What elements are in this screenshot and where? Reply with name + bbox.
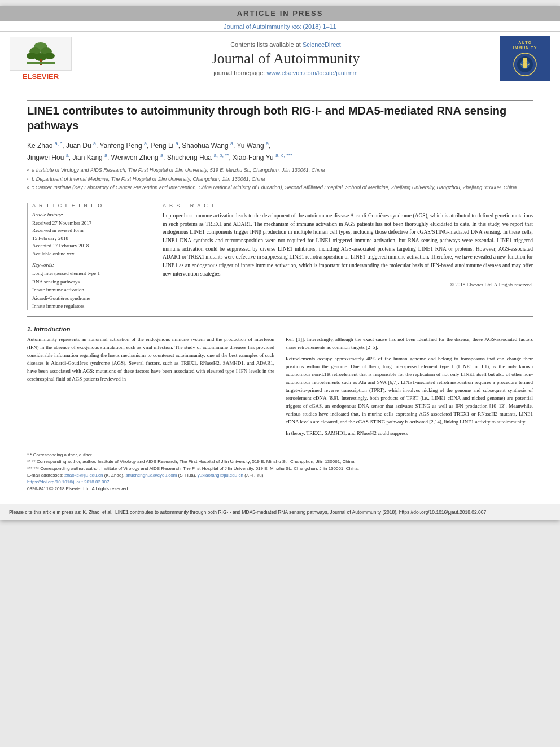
body-right: Ref. [1]]. Interestingly, although the e… [286, 336, 533, 440]
svg-rect-12 [523, 62, 527, 68]
elsevier-tree-icon [24, 41, 58, 67]
journal-title: Journal of Autoimmunity [80, 50, 491, 67]
main-content: LINE1 contributes to autoimmunity throug… [0, 86, 560, 498]
svg-point-11 [523, 58, 527, 62]
email-link-3[interactable]: yuxiaofang@jlu.edu.cn [198, 473, 243, 478]
email-line: E-mail addresses: zhaoke@jlu.edu.cn (K. … [27, 472, 533, 479]
author-second-line: Jingwei Hou a, Jian Kang a, Wenwen Zheng… [27, 154, 292, 161]
footnote-1: * * Corresponding author, author. [27, 452, 533, 458]
keywords-label: Keywords: [32, 262, 151, 268]
accepted-date: Accepted 17 February 2018 [32, 242, 151, 250]
affil-c: c c Cancer Institute (Key Laboratory of … [27, 184, 533, 192]
citation-bar: Please cite this article in press as: K.… [0, 504, 560, 521]
abstract-column: A B S T R A C T Improper host immune act… [163, 203, 533, 310]
article-history-content: Received 27 November 2017 Received in re… [32, 220, 151, 258]
affil-b: b b Department of Internal Medicine, The… [27, 176, 533, 184]
banner-text: ARTICLE IN PRESS [237, 9, 323, 18]
elsevier-text: ELSEVIER [23, 72, 59, 81]
doi-link[interactable]: https://doi.org/10.1016/j.jaut.2018.02.0… [27, 479, 109, 484]
sciencedirect-label: Contents lists available at [230, 41, 301, 48]
homepage-line: journal homepage: www.elsevier.com/locat… [80, 69, 491, 76]
email-name-2: (S. Hua), [178, 473, 196, 478]
section-number: 1. [27, 326, 32, 333]
footnote-star3: *** [27, 466, 32, 471]
affiliations: a a Institute of Virology and AIDS Resea… [27, 167, 533, 192]
autoimmunity-logo-box: AUTO IMMUNITY [497, 36, 553, 81]
body-two-col: Autoimmunity represents an abnormal acti… [27, 336, 533, 440]
email-name-3: (X.-F. Yu). [244, 473, 264, 478]
abstract-text: Improper host immune activation leads to… [163, 212, 533, 278]
introduction-section: 1. Introduction Autoimmunity represents … [27, 326, 533, 440]
journal-logo-icon [508, 52, 542, 77]
article-title: LINE1 contributes to autoimmunity throug… [27, 103, 533, 133]
email-label: E-mail addresses: [27, 473, 63, 478]
intro-right-text-3: In theory, TREX1, SAMHD1, and RNaseH2 co… [286, 430, 533, 438]
footnote-star1: * [27, 452, 29, 457]
footnote-2: ** ** Corresponding author, author. Inst… [27, 458, 533, 465]
journal-citation-text: Journal of Autoimmunity xxx (2018) 1–11 [224, 23, 336, 30]
affil-a: a a Institute of Virology and AIDS Resea… [27, 167, 533, 174]
sciencedirect-line: Contents lists available at ScienceDirec… [80, 41, 491, 48]
authors-line: Ke Zhao a, *, Juan Du a, Yanfeng Peng a,… [27, 139, 533, 163]
email-name-1: (K. Zhao), [104, 473, 125, 478]
body-left: Autoimmunity represents an abnormal acti… [27, 336, 274, 440]
issn-line: 0896-8411/© 2018 Elsevier Ltd. All right… [27, 486, 533, 492]
received-date: Received 27 November 2017 [32, 220, 151, 228]
journal-citation: Journal of Autoimmunity xxx (2018) 1–11 [0, 21, 560, 31]
revised-date: 15 February 2018 [32, 235, 151, 243]
autoimmunity-logo-img: AUTO IMMUNITY [500, 36, 550, 81]
doi-line: https://doi.org/10.1016/j.jaut.2018.02.0… [27, 479, 533, 486]
keywords-list: Long interspersed element type 1 RNA sen… [32, 269, 151, 310]
footnotes: * * Corresponding author, author. ** ** … [27, 448, 533, 492]
keyword-1: Long interspersed element type 1 [32, 269, 151, 277]
section-title-text: Introduction [34, 326, 70, 333]
intro-right-text-1: Ref. [1]]. Interestingly, although the e… [286, 336, 533, 352]
keyword-5: Innate immune regulators [32, 302, 151, 310]
divider-top [27, 100, 533, 101]
footnote-text-2: ** Corresponding author, author. Institu… [32, 459, 355, 464]
sciencedirect-link[interactable]: ScienceDirect [303, 41, 341, 48]
author-ke-zhao: Ke Zhao a, *, Juan Du a, Yanfeng Peng a,… [27, 142, 270, 150]
received-revised-label: Received in revised form [32, 227, 151, 235]
elsevier-logo-box: ELSEVIER [7, 37, 75, 81]
keyword-2: RNA sensing pathways [32, 278, 151, 286]
citation-bar-text: Please cite this article in press as: K.… [9, 509, 551, 516]
page: ARTICLE IN PRESS Journal of Autoimmunity… [0, 6, 560, 520]
homepage-label: journal homepage: [213, 69, 265, 76]
article-history-title: Article history: [32, 212, 151, 217]
svg-point-5 [45, 53, 55, 59]
divider-after-affiliations [27, 198, 533, 198]
keyword-4: Aicardi-Goutières syndrome [32, 294, 151, 302]
footnote-text-3: *** Corresponding author, author. Instit… [34, 466, 359, 471]
intro-left-text: Autoimmunity represents an abnormal acti… [27, 336, 274, 383]
divider-after-abstract [27, 316, 533, 317]
elsevier-logo-img [10, 37, 72, 71]
keyword-3: Innate immune activation [32, 286, 151, 294]
footnote-text-1: * Corresponding author, author. [30, 452, 93, 457]
copyright: © 2018 Elsevier Ltd. All rights reserved… [163, 282, 533, 287]
intro-right-text-2: Retroelements occupy approximately 40% o… [286, 355, 533, 426]
available-online: Available online xxx [32, 250, 151, 258]
article-info-label: A R T I C L E I N F O [32, 203, 151, 208]
email-link-2[interactable]: shuchenghua@eyou.com [125, 473, 177, 478]
abstract-label: A B S T R A C T [163, 203, 533, 208]
article-info-abstract: A R T I C L E I N F O Article history: R… [27, 203, 533, 310]
article-info-column: A R T I C L E I N F O Article history: R… [27, 203, 151, 310]
article-in-press-banner: ARTICLE IN PRESS [0, 6, 560, 21]
footnote-3: *** *** Corresponding author, author. In… [27, 465, 533, 472]
homepage-url[interactable]: www.elsevier.com/locate/jautimm [266, 69, 357, 76]
footnote-star2: ** [27, 459, 30, 464]
introduction-title: 1. Introduction [27, 326, 533, 333]
journal-header: ELSEVIER Contents lists available at Sci… [0, 31, 560, 86]
email-link-1[interactable]: zhaoke@jlu.edu.cn [64, 473, 103, 478]
svg-rect-7 [27, 62, 55, 64]
journal-center: Contents lists available at ScienceDirec… [80, 41, 491, 76]
